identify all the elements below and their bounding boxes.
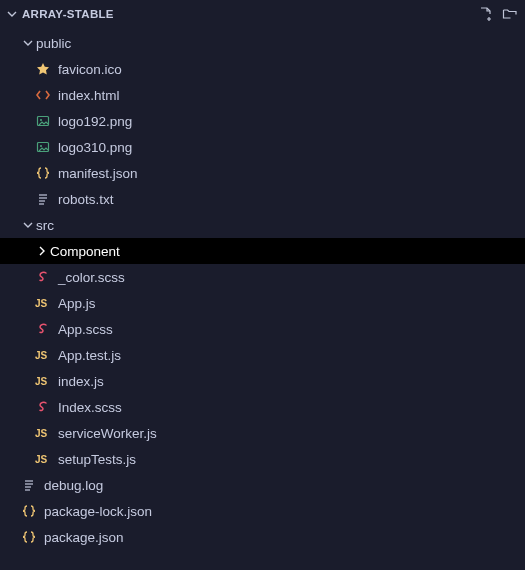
svg-point-3	[40, 145, 42, 147]
file-row-pkg[interactable]: package.json	[0, 524, 525, 550]
lines-icon	[20, 476, 38, 494]
file-label: App.scss	[58, 322, 113, 337]
html-icon	[34, 86, 52, 104]
new-file-button[interactable]	[477, 5, 495, 23]
file-row-logo192[interactable]: logo192.png	[0, 108, 525, 134]
file-label: logo192.png	[58, 114, 132, 129]
braces-icon	[20, 528, 38, 546]
star-icon	[34, 60, 52, 78]
file-label: package.json	[44, 530, 124, 545]
file-label: favicon.ico	[58, 62, 122, 77]
file-label: debug.log	[44, 478, 103, 493]
file-label: setupTests.js	[58, 452, 136, 467]
js-icon: JS	[34, 346, 52, 364]
js-icon: JS	[34, 450, 52, 468]
image-icon	[34, 138, 52, 156]
file-row-setup[interactable]: JSsetupTests.js	[0, 446, 525, 472]
js-icon: JS	[34, 294, 52, 312]
file-label: index.js	[58, 374, 104, 389]
svg-text:JS: JS	[35, 298, 48, 309]
file-label: serviceWorker.js	[58, 426, 157, 441]
file-label: robots.txt	[58, 192, 114, 207]
js-icon: JS	[34, 372, 52, 390]
file-row-app-js[interactable]: JSApp.js	[0, 290, 525, 316]
file-row-sw[interactable]: JSserviceWorker.js	[0, 420, 525, 446]
file-label: _color.scss	[58, 270, 125, 285]
lines-icon	[34, 190, 52, 208]
file-row-favicon[interactable]: favicon.ico	[0, 56, 525, 82]
file-label: Index.scss	[58, 400, 122, 415]
chevron-down-icon[interactable]	[20, 217, 36, 233]
file-row-color-scss[interactable]: _color.scss	[0, 264, 525, 290]
file-label: App.js	[58, 296, 96, 311]
file-label: App.test.js	[58, 348, 121, 363]
svg-text:JS: JS	[35, 350, 48, 361]
js-icon: JS	[34, 424, 52, 442]
chevron-down-icon[interactable]	[20, 35, 36, 51]
braces-icon	[20, 502, 38, 520]
file-label: manifest.json	[58, 166, 138, 181]
file-row-app-test[interactable]: JSApp.test.js	[0, 342, 525, 368]
file-row-index-scss[interactable]: Index.scss	[0, 394, 525, 420]
chevron-down-icon	[4, 6, 20, 22]
project-title: ARRAY-STABLE	[22, 8, 477, 20]
file-label: index.html	[58, 88, 120, 103]
svg-text:JS: JS	[35, 376, 48, 387]
folder-row-public[interactable]: public	[0, 30, 525, 56]
svg-text:JS: JS	[35, 454, 48, 465]
chevron-right-icon[interactable]	[34, 243, 50, 259]
folder-label: src	[36, 218, 54, 233]
folder-label: Component	[50, 244, 120, 259]
file-label: package-lock.json	[44, 504, 152, 519]
image-icon	[34, 112, 52, 130]
file-row-debug[interactable]: debug.log	[0, 472, 525, 498]
svg-text:JS: JS	[35, 428, 48, 439]
explorer-section-header[interactable]: ARRAY-STABLE	[0, 0, 525, 28]
folder-row-component[interactable]: Component	[0, 238, 525, 264]
svg-point-1	[40, 119, 42, 121]
folder-label: public	[36, 36, 71, 51]
file-row-robots[interactable]: robots.txt	[0, 186, 525, 212]
sass-icon	[34, 268, 52, 286]
file-row-pkglock[interactable]: package-lock.json	[0, 498, 525, 524]
braces-icon	[34, 164, 52, 182]
file-row-logo310[interactable]: logo310.png	[0, 134, 525, 160]
file-tree: publicfavicon.icoindex.htmllogo192.pnglo…	[0, 28, 525, 550]
file-row-index-js[interactable]: JSindex.js	[0, 368, 525, 394]
file-label: logo310.png	[58, 140, 132, 155]
sass-icon	[34, 320, 52, 338]
sass-icon	[34, 398, 52, 416]
file-row-manifest[interactable]: manifest.json	[0, 160, 525, 186]
folder-row-src[interactable]: src	[0, 212, 525, 238]
file-row-app-scss[interactable]: App.scss	[0, 316, 525, 342]
file-row-index-html[interactable]: index.html	[0, 82, 525, 108]
new-folder-button[interactable]	[501, 5, 519, 23]
